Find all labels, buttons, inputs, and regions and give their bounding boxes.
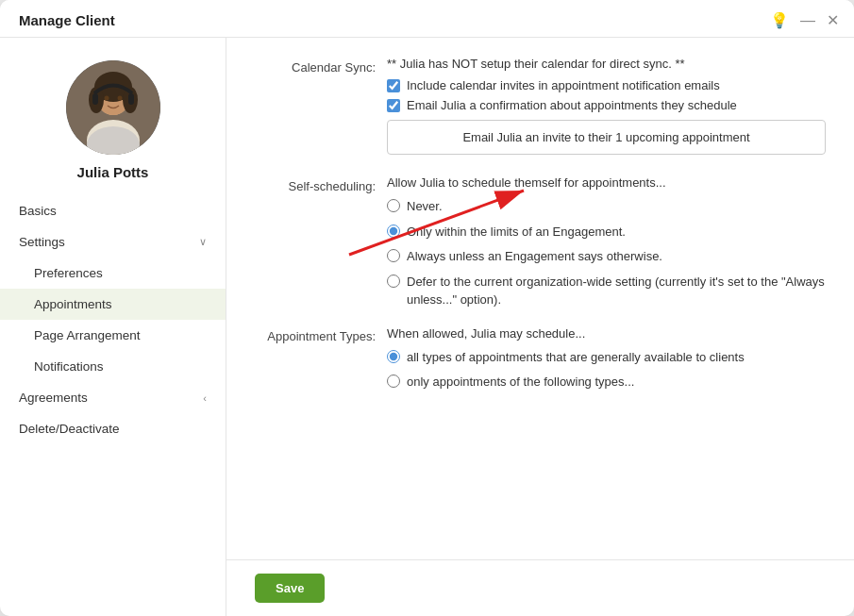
close-icon[interactable]: ✕ [827,11,839,29]
chevron-left-icon: ‹ [203,392,207,404]
radio-row-always: Always unless an Engagement says otherwi… [387,247,826,266]
all-types-label: all types of appointments that are gener… [407,348,745,367]
self-scheduling-label: Self-scheduling: [255,175,387,196]
appointment-types-description: When allowed, Julia may schedule... [387,326,826,341]
sidebar-item-delete-deactivate[interactable]: Delete/Deactivate [0,413,226,444]
specific-types-label: only appointments of the following types… [407,373,634,391]
save-button[interactable]: Save [255,574,325,603]
sidebar-item-preferences[interactable]: Preferences [0,258,226,289]
main-content: Julia Potts Basics Settings ∨ Preference… [0,38,854,616]
defer-radio[interactable] [387,275,400,288]
self-scheduling-content: Allow Julia to schedule themself for app… [387,175,826,309]
appointment-types-content: When allowed, Julia may schedule... all … [387,326,826,391]
defer-label: Defer to the current organization-wide s… [407,273,826,309]
right-panel: Calendar Sync: ** Julia has NOT setup th… [226,38,854,616]
window-title: Manage Client [19,12,115,28]
never-label: Never. [407,197,443,216]
svg-rect-7 [92,93,98,105]
sidebar-item-appointments[interactable]: Appointments [0,289,226,320]
chevron-down-icon: ∨ [199,236,207,248]
include-calendar-invites-label: Include calendar invites in appointment … [407,78,720,92]
specific-types-radio[interactable] [387,375,400,388]
avatar [66,60,160,155]
sidebar-item-notifications[interactable]: Notifications [0,351,226,382]
engagement-label: Only within the limits of an Engagement. [407,223,626,241]
never-radio[interactable] [387,199,400,212]
appointment-types-row: Appointment Types: When allowed, Julia m… [255,326,826,391]
footer-bar: Save [226,559,854,616]
radio-row-specific-types: only appointments of the following types… [387,373,826,391]
self-scheduling-description: Allow Julia to schedule themself for app… [387,175,826,190]
always-label: Always unless an Engagement says otherwi… [407,247,662,266]
checkbox-row-1: Include calendar invites in appointment … [387,78,826,92]
engagement-radio[interactable] [387,225,400,238]
radio-row-defer: Defer to the current organization-wide s… [387,273,826,309]
svg-point-10 [117,96,122,101]
calendar-sync-message: ** Julia has NOT setup their calendar fo… [387,57,826,71]
email-invite-button[interactable]: Email Julia an invite to their 1 upcomin… [387,120,826,155]
sidebar-item-settings[interactable]: Settings ∨ [0,226,226,258]
sidebar-item-basics[interactable]: Basics [0,195,226,226]
appointment-types-label: Appointment Types: [255,326,387,345]
radio-row-engagement: Only within the limits of an Engagement. [387,223,826,241]
avatar-section: Julia Potts [0,38,226,195]
all-types-radio[interactable] [387,350,400,363]
email-confirmation-label: Email Julia a confirmation about appoint… [407,98,737,112]
window-controls: 💡 — ✕ [770,11,839,29]
title-bar: Manage Client 💡 — ✕ [0,0,854,38]
svg-rect-8 [128,93,134,105]
sidebar-item-page-arrangement[interactable]: Page Arrangement [0,320,226,351]
self-scheduling-row: Self-scheduling: Allow Julia to schedule… [255,175,826,309]
self-scheduling-radio-group: Never. Only within the limits of an Enga… [387,197,826,309]
email-confirmation-checkbox[interactable] [387,99,400,112]
sidebar: Julia Potts Basics Settings ∨ Preference… [0,38,226,616]
svg-point-9 [104,96,109,101]
manage-client-window: Manage Client 💡 — ✕ [0,0,854,616]
radio-row-never: Never. [387,197,826,216]
lightbulb-icon[interactable]: 💡 [770,11,789,29]
calendar-sync-label: Calendar Sync: [255,57,387,77]
calendar-sync-content: ** Julia has NOT setup their calendar fo… [387,57,826,158]
minimize-icon[interactable]: — [800,12,815,29]
sidebar-item-agreements[interactable]: Agreements ‹ [0,382,226,413]
radio-row-all-types: all types of appointments that are gener… [387,348,826,367]
include-calendar-invites-checkbox[interactable] [387,79,400,92]
always-radio[interactable] [387,249,400,262]
user-name: Julia Potts [77,164,149,180]
calendar-sync-row: Calendar Sync: ** Julia has NOT setup th… [255,57,826,158]
appointment-types-radio-group: all types of appointments that are gener… [387,348,826,391]
checkbox-row-2: Email Julia a confirmation about appoint… [387,98,826,112]
form-area: Calendar Sync: ** Julia has NOT setup th… [226,38,854,559]
